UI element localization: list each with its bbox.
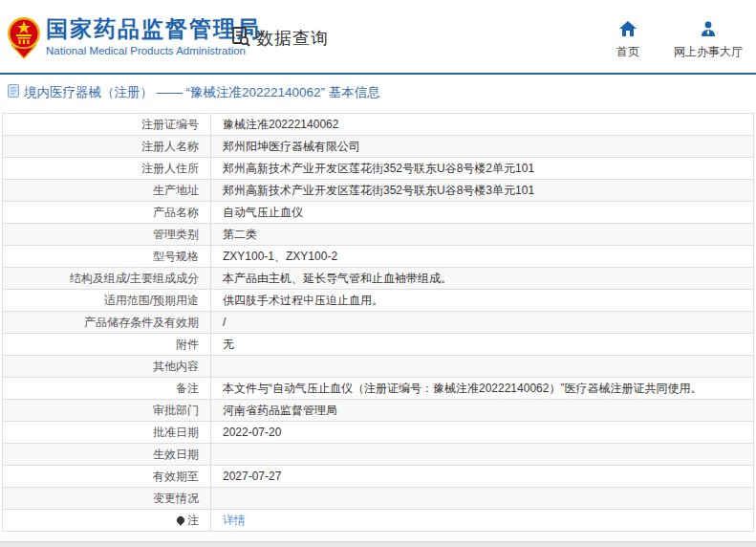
table-row: 生效日期 (3, 444, 754, 466)
row-value: ZXY100-1、ZXY100-2 (211, 246, 754, 268)
row-label: 注册人住所 (3, 158, 211, 180)
national-emblem-logo[interactable] (7, 12, 41, 60)
table-row: 管理类别第二类 (3, 224, 754, 246)
row-label: 生产地址 (3, 180, 211, 202)
table-row: 产品储存条件及有效期/ (3, 312, 754, 334)
table-row: 产品名称自动气压止血仪 (3, 202, 754, 224)
row-value: 豫械注准20222140062 (211, 114, 754, 136)
site-header: 国家药品监督管理局 National Medical Products Admi… (0, 0, 756, 75)
table-row: 注册人名称郑州阳坤医疗器械有限公司 (3, 136, 754, 158)
registration-info-table: 注册证编号豫械注准20222140062注册人名称郑州阳坤医疗器械有限公司注册人… (2, 113, 754, 532)
page: 国家药品监督管理局 National Medical Products Admi… (0, 0, 756, 547)
row-value (211, 488, 754, 510)
table-row: 审批部门河南省药品监督管理局 (3, 400, 754, 422)
row-value (211, 356, 754, 378)
row-label: 附件 (3, 334, 211, 356)
breadcrumb: 境内医疗器械（注册） —— “豫械注准20222140062” 基本信息 (8, 84, 380, 101)
row-label: 注册证编号 (3, 114, 211, 136)
row-value: 河南省药品监督管理局 (211, 400, 754, 422)
row-value: 本产品由主机、延长导气管和止血袖带组成。 (211, 268, 754, 290)
row-value: / (211, 312, 754, 334)
table-row: 型号规格ZXY100-1、ZXY100-2 (3, 246, 754, 268)
row-value: 郑州阳坤医疗器械有限公司 (211, 136, 754, 158)
row-label: 批准日期 (3, 422, 211, 444)
row-label: 结构及组成/主要组成成分 (3, 268, 211, 290)
nav-item-service-hall[interactable]: 网上办事大厅 (674, 21, 743, 60)
document-search-icon (229, 25, 252, 52)
footer-strip (0, 541, 756, 547)
table-row: 注详情 (3, 510, 754, 532)
data-query-label: 数据查询 (256, 27, 329, 50)
row-label: 产品名称 (3, 202, 211, 224)
page-title: 境内医疗器械（注册） —— “豫械注准20222140062” 基本信息 (24, 84, 380, 101)
table-row: 其他内容 (3, 356, 754, 378)
top-nav: 首页 网上办事大厅 (609, 21, 743, 60)
table-row: 备注本文件与“自动气压止血仪（注册证编号：豫械注准20222140062）”医疗… (3, 378, 754, 400)
table-row: 注册人住所郑州高新技术产业开发区莲花街352号联东U谷8号楼2单元101 (3, 158, 754, 180)
row-value: 本文件与“自动气压止血仪（注册证编号：豫械注准20222140062）”医疗器械… (211, 378, 754, 400)
row-label: 备注 (3, 378, 211, 400)
emblem-icon (7, 47, 41, 63)
data-query-button[interactable]: 数据查询 (229, 25, 329, 52)
details-link[interactable]: 详情 (223, 514, 246, 527)
row-value: 无 (211, 334, 754, 356)
row-label: 其他内容 (3, 356, 211, 378)
home-icon (619, 21, 637, 40)
row-value: 详情 (211, 510, 754, 532)
table-row: 适用范围/预期用途供四肢手术过程中压迫止血用。 (3, 290, 754, 312)
row-value (211, 444, 754, 466)
row-label: 注册人名称 (3, 136, 211, 158)
info-table-body: 注册证编号豫械注准20222140062注册人名称郑州阳坤医疗器械有限公司注册人… (3, 114, 754, 532)
document-icon (8, 84, 19, 101)
row-label: 变更情况 (3, 488, 211, 510)
table-row: 注册证编号豫械注准20222140062 (3, 114, 754, 136)
nav-label-service-hall: 网上办事大厅 (674, 44, 743, 60)
row-label: 型号规格 (3, 246, 211, 268)
row-label: 产品储存条件及有效期 (3, 312, 211, 334)
table-row: 生产地址郑州高新技术产业开发区莲花街352号联东U谷8号楼3单元101 (3, 180, 754, 202)
row-value: 2027-07-27 (211, 466, 754, 488)
table-row: 批准日期2022-07-20 (3, 422, 754, 444)
nav-label-home: 首页 (616, 44, 639, 60)
row-label: 有效期至 (3, 466, 211, 488)
row-value: 2022-07-20 (211, 422, 754, 444)
table-row: 附件无 (3, 334, 754, 356)
note-icon (175, 514, 185, 525)
row-label: 适用范围/预期用途 (3, 290, 211, 312)
row-label: 注 (3, 510, 211, 532)
row-value: 第二类 (211, 224, 754, 246)
table-row: 变更情况 (3, 488, 754, 510)
row-value: 供四肢手术过程中压迫止血用。 (211, 290, 754, 312)
row-value: 郑州高新技术产业开发区莲花街352号联东U谷8号楼3单元101 (211, 180, 754, 202)
row-label: 生效日期 (3, 444, 211, 466)
table-row: 结构及组成/主要组成成分本产品由主机、延长导气管和止血袖带组成。 (3, 268, 754, 290)
row-label: 审批部门 (3, 400, 211, 422)
row-value: 自动气压止血仪 (211, 202, 754, 224)
row-value: 郑州高新技术产业开发区莲花街352号联东U谷8号楼2单元101 (211, 158, 754, 180)
table-row: 有效期至2027-07-27 (3, 466, 754, 488)
person-icon (701, 21, 716, 40)
nav-item-home[interactable]: 首页 (609, 21, 647, 60)
row-label: 管理类别 (3, 224, 211, 246)
